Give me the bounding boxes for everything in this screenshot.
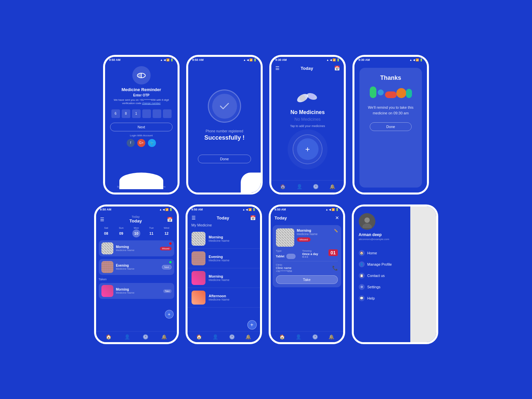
menu-item-help[interactable]: 💬 Help — [359, 293, 405, 304]
otp-digit-6[interactable] — [163, 109, 172, 118]
done-button-4[interactable]: Done — [370, 122, 412, 131]
close-icon-7[interactable]: ✕ — [335, 215, 339, 220]
calendar-icon-5[interactable]: 📅 — [167, 217, 173, 222]
taken-label: Taken — [96, 276, 177, 282]
day-label-sun: Sun — [119, 226, 123, 229]
nav-bell-3[interactable]: 🔔 — [330, 184, 335, 189]
signal-icons-1: ▲ ◀ 📶 🔋 — [160, 59, 174, 62]
next-button[interactable]: Next — [110, 123, 173, 131]
bottom-nav-3: 🏠 👤 🕐 🔔 — [271, 180, 344, 193]
menu-item-settings[interactable]: ⚙ Settings — [359, 281, 405, 293]
calendar-icon-6[interactable]: 📅 — [250, 215, 256, 220]
nav-home-6[interactable]: 🏠 — [196, 334, 202, 339]
menu-item-manage-profile[interactable]: 👤 Manage Profile — [359, 259, 405, 270]
otp-input-group[interactable]: 6 8 1 — [111, 109, 172, 118]
date-sun[interactable]: Sun 09 — [117, 226, 125, 237]
add-medicine-button[interactable]: + — [293, 134, 323, 164]
facebook-login-button[interactable]: f — [127, 139, 135, 147]
dot-indicator-red — [169, 242, 172, 245]
twitter-login-button[interactable]: 🐦 — [148, 139, 156, 147]
otp-digit-4[interactable] — [142, 109, 151, 118]
nav-history-3[interactable]: 🕐 — [313, 184, 319, 189]
timing-label-7: Timeing — [302, 249, 325, 252]
nav-home-5[interactable]: 🏠 — [106, 334, 111, 339]
timing-once-7: Once a day — [302, 252, 325, 256]
nav-history-5[interactable]: 🕐 — [143, 334, 148, 339]
otp-digit-5[interactable] — [153, 109, 161, 118]
screen3-header: ☰ Today 📅 — [271, 63, 344, 73]
no-medicine-body: No Medicines No Medicines Tap to add you… — [271, 73, 344, 180]
done-button-2[interactable]: Done — [198, 155, 251, 163]
contact-menu-icon: 📋 — [359, 273, 365, 279]
medicine-img-3 — [101, 285, 113, 297]
menu-item-contact[interactable]: 📋 Contact us — [359, 270, 405, 281]
status-bar-7: 9:50 AM ▲ ◀ 📶 🔋 — [271, 206, 343, 212]
medicine-img-1 — [101, 242, 113, 254]
nav-profile-5[interactable]: 👤 — [124, 334, 130, 339]
svg-point-2 — [138, 73, 141, 78]
med-name-list-4: Medicine Name — [209, 298, 230, 301]
checkmark-circle — [208, 89, 241, 123]
date-wed[interactable]: Wed 12 — [163, 226, 171, 237]
nav-history-6[interactable]: 🕐 — [229, 334, 235, 339]
phone-icon-7[interactable]: 📞 — [332, 265, 338, 271]
popup-missed-badge: Missed — [297, 237, 311, 242]
hamburger-icon-6[interactable]: ☰ — [192, 215, 196, 220]
manage-profile-label: Manage Profile — [367, 262, 392, 266]
hamburger-icon-5[interactable]: ☰ — [100, 217, 104, 222]
spacer-5: + — [96, 300, 177, 331]
nav-bell-7[interactable]: 🔔 — [329, 334, 334, 339]
take-button-7[interactable]: Take — [276, 275, 338, 284]
nav-profile-3[interactable]: 👤 — [297, 184, 302, 189]
date-tue[interactable]: Tue 11 — [147, 226, 155, 237]
pills-graphic-3 — [296, 90, 319, 106]
otp-digit-3[interactable]: 1 — [132, 109, 141, 118]
date-sat[interactable]: Sat 08 — [102, 226, 110, 237]
med-name-list-2: Medicine Name — [209, 259, 230, 262]
edit-icon-7[interactable]: ✏️ — [334, 229, 338, 232]
pill-orange — [396, 88, 406, 98]
nav-profile-6[interactable]: 👤 — [212, 334, 218, 339]
sidebar-menu: Arman deep aliconnors@example.com 🏠 Home… — [354, 206, 410, 342]
medicine-info-3: Morning Medicine Name — [116, 288, 161, 294]
home-menu-label: Home — [367, 251, 377, 255]
hamburger-icon-3[interactable]: ☰ — [275, 66, 280, 71]
nav-home-7[interactable]: 🏠 — [279, 334, 285, 339]
change-number-link[interactable]: change number — [142, 102, 161, 105]
popup-med-info: Morning ✏️ Medicine Name Missed — [297, 228, 338, 247]
otp-digit-1[interactable]: 6 — [111, 109, 120, 118]
nav-history-7[interactable]: 🕐 — [312, 334, 318, 339]
medicine-card-evening-next: Evening Medicine Name Next — [99, 259, 174, 275]
medicine-card-morning-missed: Morning Medicine Name Missed — [99, 240, 174, 256]
top-row: 9:50 AM ▲ ◀ 📶 🔋 Medicine Reminder Enter … — [103, 55, 429, 195]
add-fab-6[interactable]: + — [247, 320, 257, 330]
today-header-center: Today Today — [129, 215, 142, 223]
pills-graphic-4 — [370, 86, 412, 98]
day-label-sat: Sat — [104, 226, 108, 229]
med-info-list-2: Evening Medicine Name — [209, 255, 230, 262]
type-label-7: Type — [276, 249, 299, 252]
nav-home-3[interactable]: 🏠 — [280, 184, 286, 189]
status-bar-3: 9:30 AM ▲ ◀ 📶 🔋 — [271, 57, 344, 63]
profile-content-area — [410, 206, 436, 342]
date-mon[interactable]: Mon 10 — [132, 226, 140, 237]
otp-digit-2[interactable]: 8 — [122, 109, 130, 118]
menu-item-home[interactable]: 🏠 Home — [359, 247, 405, 259]
med-info-list-3: Morning Medicine Name — [209, 274, 230, 282]
status-bar-1: 9:50 AM ▲ ◀ 📶 🔋 — [105, 57, 178, 63]
google-login-button[interactable]: G+ — [137, 139, 145, 147]
toggle-switch-7[interactable] — [286, 254, 296, 259]
nav-profile-7[interactable]: 👤 — [296, 334, 301, 339]
today-main-5: Today — [129, 218, 142, 223]
calendar-icon-3[interactable]: 📅 — [334, 66, 340, 71]
nav-bell-5[interactable]: 🔔 — [161, 334, 167, 339]
medicine-info-2: Evening Medicine Name — [116, 264, 160, 270]
signal-icons-5: ▲ ◀ 📶 🔋 — [159, 208, 173, 211]
svg-point-8 — [362, 223, 372, 228]
dot-indicator-green — [169, 261, 172, 263]
popup-med-name: Medicine Name — [297, 232, 338, 236]
app-title: Medicine Reminder — [121, 87, 161, 92]
nav-bell-6[interactable]: 🔔 — [245, 334, 251, 339]
add-fab-5[interactable]: + — [165, 310, 174, 319]
signal-icons-6: ▲ ◀ 📶 🔋 — [242, 208, 256, 211]
